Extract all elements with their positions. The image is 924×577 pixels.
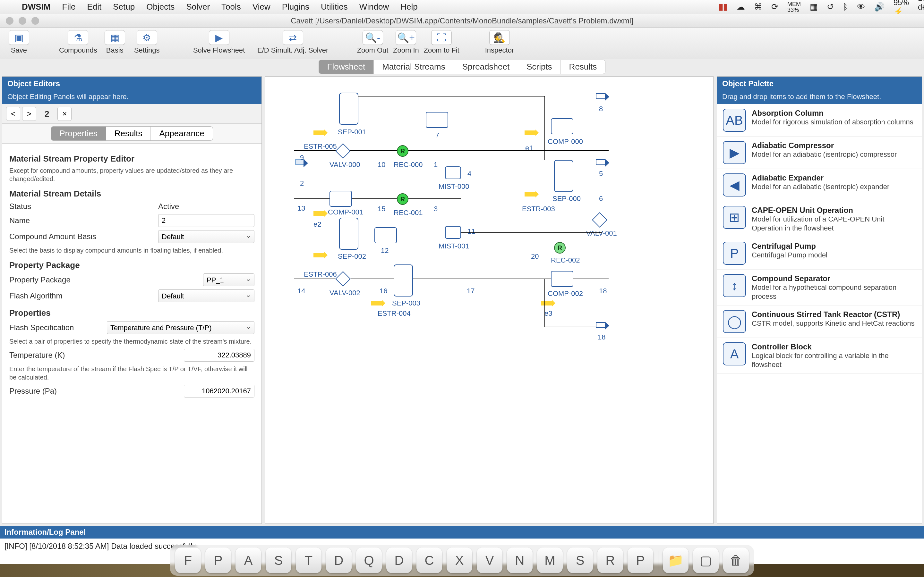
menu-plugins[interactable]: Plugins: [276, 2, 315, 12]
pause-icon[interactable]: ▮▮: [719, 2, 728, 12]
pkg-select[interactable]: PP_1: [203, 274, 254, 286]
energy-arrow-estr004[interactable]: [371, 301, 382, 306]
basis-select[interactable]: Default: [158, 230, 254, 243]
stream-arrow-8[interactable]: [596, 93, 606, 99]
tab-scripts[interactable]: Scripts: [518, 60, 561, 74]
dock-trash[interactable]: 🗑: [723, 548, 749, 573]
tab-results[interactable]: Results: [561, 60, 606, 74]
basis-button[interactable]: ▦Basis: [100, 30, 129, 55]
unit-comp-002[interactable]: [551, 271, 573, 287]
dock-app-notes[interactable]: N: [507, 548, 533, 573]
unit-rec-000[interactable]: R: [397, 145, 409, 157]
menu-setup[interactable]: Setup: [107, 2, 141, 12]
energy-arrow-e2[interactable]: [313, 211, 325, 216]
tab-material-streams[interactable]: Material Streams: [374, 60, 454, 74]
zoom-out-button[interactable]: 🔍-Zoom Out: [357, 30, 389, 55]
menu-solver[interactable]: Solver: [180, 2, 216, 12]
editor-close-button[interactable]: ×: [57, 107, 71, 121]
settings-button[interactable]: ⚙Settings: [132, 30, 162, 55]
editor-prev-button[interactable]: <: [6, 107, 20, 121]
dock-app-app store[interactable]: A: [236, 548, 261, 573]
editor-tab-appearance[interactable]: Appearance: [151, 127, 212, 140]
menu-help[interactable]: Help: [395, 2, 423, 12]
compounds-button[interactable]: ⚗Compounds: [59, 30, 97, 55]
menu-edit[interactable]: Edit: [81, 2, 107, 12]
unit-mist-000[interactable]: [445, 166, 461, 179]
dock-app-quicktime[interactable]: Q: [356, 548, 382, 573]
inspector-button[interactable]: 🕵Inspector: [485, 30, 514, 55]
press-input[interactable]: [184, 385, 254, 398]
cloud-icon[interactable]: ☁: [737, 2, 745, 12]
palette-item-1[interactable]: ▶Adiabatic CompressorModel for an adiaba…: [717, 137, 922, 169]
unit-valv-000[interactable]: [335, 143, 351, 159]
flashspec-select[interactable]: Temperature and Pressure (T/P): [107, 321, 254, 334]
energy-arrow-e1[interactable]: [525, 131, 535, 135]
grid-icon[interactable]: ▦: [810, 2, 818, 12]
app-name[interactable]: DWSIM: [16, 2, 57, 12]
menu-utilities[interactable]: Utilities: [315, 2, 354, 12]
tab-spreadsheet[interactable]: Spreadsheet: [454, 60, 518, 74]
stream-arrow-5[interactable]: [596, 159, 606, 165]
dock-app-photos[interactable]: P: [205, 548, 231, 573]
ed-solver-button[interactable]: ⇄E/D Simult. Adj. Solver: [254, 30, 331, 55]
editor-body[interactable]: Material Stream Property Editor Except f…: [2, 143, 262, 524]
flowsheet-canvas[interactable]: SEP-001 8 7 COMP-000 e1 ESTR-005 VALV-00…: [265, 77, 713, 524]
dock-app-parallels[interactable]: P: [628, 548, 653, 573]
editor-tab-results[interactable]: Results: [106, 127, 151, 140]
volume-icon[interactable]: 🔊: [874, 2, 885, 12]
save-button[interactable]: ▣Save: [5, 30, 33, 55]
creative-cloud-icon[interactable]: ⌘: [754, 2, 762, 12]
energy-arrow-1[interactable]: [313, 131, 325, 135]
dock-folder[interactable]: 📁: [663, 548, 688, 573]
dock-app-mail[interactable]: M: [537, 548, 563, 573]
editor-tab-properties[interactable]: Properties: [51, 127, 106, 140]
battery-indicator[interactable]: 95% ⚡: [893, 0, 909, 16]
energy-arrow-sep002[interactable]: [313, 253, 325, 258]
menu-file[interactable]: File: [57, 2, 81, 12]
palette-item-5[interactable]: ↕Compound SeparatorModel for a hypotheti…: [717, 269, 922, 306]
unit-sep-003[interactable]: [394, 264, 413, 297]
palette-list[interactable]: ABAbsorption ColumnModel for rigorous si…: [717, 104, 922, 524]
dock-app-xcode[interactable]: X: [447, 548, 472, 573]
dock-app-chrome[interactable]: C: [417, 548, 442, 573]
unit-comp-000[interactable]: [551, 118, 573, 134]
dock-app-remote[interactable]: R: [598, 548, 623, 573]
flashalg-select[interactable]: Default: [158, 290, 254, 302]
display-icon[interactable]: 👁: [857, 2, 865, 12]
dock-app-dwsim-2[interactable]: D: [386, 548, 412, 573]
stream-arrow-18[interactable]: [596, 322, 606, 328]
unit-rec-002[interactable]: R: [554, 242, 565, 253]
memory-indicator[interactable]: MEM 33%: [787, 1, 801, 13]
zoom-in-button[interactable]: 🔍+Zoom In: [391, 30, 420, 55]
bluetooth-icon[interactable]: ᛒ: [843, 2, 848, 12]
tab-flowsheet[interactable]: Flowsheet: [319, 60, 374, 74]
palette-item-0[interactable]: ABAbsorption ColumnModel for rigorous si…: [717, 104, 922, 137]
menu-tools[interactable]: Tools: [216, 2, 247, 12]
unit-mist-001[interactable]: [445, 226, 461, 239]
palette-item-6[interactable]: ◯Continuous Stirred Tank Reactor (CSTR)C…: [717, 306, 922, 338]
energy-arrow-e3[interactable]: [541, 301, 552, 306]
menu-view[interactable]: View: [247, 2, 276, 12]
unit-box-12[interactable]: [375, 227, 397, 243]
editor-next-button[interactable]: >: [22, 107, 36, 121]
dock-app-vscode[interactable]: V: [477, 548, 502, 573]
zoom-fit-button[interactable]: ⛶Zoom to Fit: [423, 30, 459, 55]
solve-flowsheet-button[interactable]: ▶Solve Flowsheet: [187, 30, 251, 55]
name-input[interactable]: [158, 214, 254, 227]
menu-objects[interactable]: Objects: [141, 2, 180, 12]
dock-app[interactable]: ▢: [693, 548, 719, 573]
unit-valv-002[interactable]: [335, 271, 351, 287]
dock-app-stocks[interactable]: S: [567, 548, 593, 573]
palette-item-7[interactable]: AController BlockLogical block for contr…: [717, 338, 922, 374]
unit-comp-001[interactable]: [330, 191, 352, 207]
unit-box-7[interactable]: [426, 112, 448, 128]
menu-window[interactable]: Window: [354, 2, 395, 12]
dock-app-siri[interactable]: S: [266, 548, 291, 573]
palette-item-2[interactable]: ◀Adiabatic ExpanderModel for an adiabati…: [717, 169, 922, 201]
timemachine-icon[interactable]: ↺: [827, 2, 834, 12]
palette-item-4[interactable]: PCentrifugal PumpCentrifugal Pump model: [717, 237, 922, 269]
unit-sep-000[interactable]: [554, 160, 573, 192]
dock-app-finder[interactable]: F: [175, 548, 201, 573]
dock-app-terminal[interactable]: T: [296, 548, 321, 573]
unit-rec-001[interactable]: R: [397, 193, 409, 205]
